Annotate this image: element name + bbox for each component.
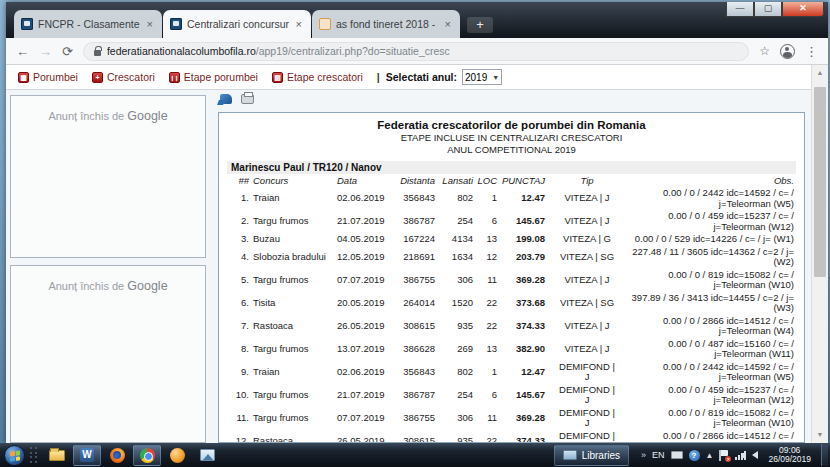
table-row[interactable]: 2. Targu frumos 21.07.2019 386787 254 6 … bbox=[227, 210, 796, 233]
table-row[interactable]: 9. Traian 02.06.2019 356843 802 1 12.47 … bbox=[227, 361, 796, 384]
word-icon: W bbox=[80, 448, 94, 462]
minimize-button[interactable]: — bbox=[726, 2, 754, 17]
vertical-scrollbar[interactable]: ▲ ▼ bbox=[811, 65, 828, 443]
tab-favicon bbox=[170, 18, 182, 30]
libraries-folder-icon bbox=[563, 450, 577, 460]
action-center-flag-icon[interactable]: ✕ bbox=[719, 450, 729, 461]
url-bar[interactable]: federatianationalacolumbofila.ro/app19/c… bbox=[83, 42, 749, 61]
report-actions bbox=[218, 94, 805, 110]
report-panel: Federatia crescatorilor de porumbei din … bbox=[218, 112, 805, 443]
tab-fncpr-clasamente[interactable]: FNCPR - Clasamente × bbox=[14, 10, 162, 38]
refresh-icon[interactable]: ⟳ bbox=[62, 44, 73, 59]
page-content: ▦ Porumbei + Crescatori ❙❙ Etape porumbe… bbox=[6, 65, 811, 443]
etape-porumbei-button[interactable]: ❙❙ Etape porumbei bbox=[169, 71, 258, 83]
ad-text: Anunț închis de bbox=[48, 280, 127, 292]
maximize-button[interactable]: ▢ bbox=[754, 2, 782, 17]
tab-as-fond-tineret[interactable]: as fond tineret 2018 - REZULTAT × bbox=[312, 10, 460, 38]
col-data: Data bbox=[335, 174, 395, 187]
help-icon[interactable]: ? bbox=[689, 450, 700, 461]
address-bar: ← → ⟳ federatianationalacolumbofila.ro/a… bbox=[6, 38, 828, 65]
chevron-down-icon: ▼ bbox=[492, 74, 499, 81]
year-label: Selectati anul: bbox=[386, 71, 457, 83]
taskbar-chrome-button[interactable] bbox=[133, 445, 161, 466]
table-row[interactable]: 5. Targu frumos 07.07.2019 386755 306 11… bbox=[227, 269, 796, 292]
url-domain: federatianationalacolumbofila.ro bbox=[107, 45, 256, 57]
table-row[interactable]: 1. Traian 02.06.2019 356843 802 1 12.47 … bbox=[227, 187, 796, 210]
report-subtitle-2: ANUL COMPETITIONAL 2019 bbox=[227, 144, 796, 155]
stages-breeders-icon: ▤ bbox=[272, 72, 283, 83]
tab-close-icon[interactable]: × bbox=[294, 18, 304, 30]
table-row[interactable]: 4. Slobozia bradului 12.05.2019 218691 1… bbox=[227, 246, 796, 269]
menu-dots-icon[interactable]: ⋮ bbox=[805, 44, 818, 59]
etape-porumbei-label: Etape porumbei bbox=[184, 71, 258, 83]
google-ad-top[interactable]: Anunț închis de Google bbox=[10, 95, 206, 258]
google-ad-bottom[interactable]: Anunț închis de Google bbox=[10, 265, 206, 443]
table-row[interactable]: 8. Targu frumos 13.07.2019 386628 269 13… bbox=[227, 338, 796, 361]
taskbar-grip bbox=[29, 445, 39, 465]
taskbar-libraries-button[interactable]: Libraries bbox=[554, 445, 629, 466]
tray-expand-icon[interactable]: ▲ bbox=[706, 451, 714, 460]
etape-crescatori-button[interactable]: ▤ Etape crescatori bbox=[272, 71, 363, 83]
tab-close-icon[interactable]: × bbox=[145, 18, 155, 30]
report-title: Federatia crescatorilor de porumbei din … bbox=[227, 119, 796, 131]
site-toolbar: ▦ Porumbei + Crescatori ❙❙ Etape porumbe… bbox=[6, 65, 811, 90]
export-icon[interactable] bbox=[220, 94, 232, 104]
taskbar-firefox-button[interactable] bbox=[103, 445, 131, 466]
taskbar-word-button[interactable]: W bbox=[73, 445, 101, 466]
taskbar: W Libraries » EN ? ▲ ✕ 09:06 26/09/2019 bbox=[0, 443, 830, 467]
pigeons-icon: ▦ bbox=[18, 72, 29, 83]
explorer-icon bbox=[49, 450, 65, 461]
taskbar-app-button[interactable] bbox=[163, 445, 191, 466]
taskbar-imageviewer-button[interactable] bbox=[193, 445, 221, 466]
back-icon[interactable]: ← bbox=[16, 44, 29, 59]
show-desktop-button[interactable] bbox=[821, 444, 828, 466]
chrome-icon bbox=[140, 448, 155, 463]
crescatori-label: Crescatori bbox=[107, 71, 155, 83]
padlock-icon bbox=[94, 50, 101, 56]
table-row[interactable]: 3. Buzau 04.05.2019 167224 4134 13 199.0… bbox=[227, 233, 796, 246]
col-lansati: Lansati bbox=[437, 174, 475, 187]
libraries-label: Libraries bbox=[582, 450, 620, 461]
table-row[interactable]: 12. Rastoaca 26.05.2019 308615 935 22 37… bbox=[227, 430, 796, 444]
scrollbar-thumb[interactable] bbox=[814, 87, 826, 277]
tab-close-icon[interactable]: × bbox=[443, 18, 453, 30]
table-row[interactable]: 7. Rastoaca 26.05.2019 308615 935 22 374… bbox=[227, 315, 796, 338]
close-button[interactable]: ✕ bbox=[782, 2, 824, 17]
stages-pigeons-icon: ❙❙ bbox=[169, 72, 180, 83]
print-icon[interactable] bbox=[241, 94, 254, 104]
taskbar-explorer-button[interactable] bbox=[43, 445, 71, 466]
profile-icon[interactable] bbox=[780, 44, 795, 59]
table-row[interactable]: 11. Targu frumos 07.07.2019 386755 306 1… bbox=[227, 407, 796, 430]
porumbei-button[interactable]: ▦ Porumbei bbox=[18, 71, 78, 83]
overflow-chevron-icon[interactable]: » bbox=[641, 450, 646, 460]
start-button[interactable] bbox=[4, 445, 25, 466]
scroll-up-icon[interactable]: ▲ bbox=[812, 65, 828, 81]
col-obs: Obs. bbox=[627, 174, 796, 187]
keyboard-icon[interactable] bbox=[671, 451, 683, 459]
new-tab-button[interactable]: + bbox=[467, 17, 493, 33]
ad-text: Anunț închis de bbox=[48, 110, 127, 122]
scroll-down-icon[interactable]: ▼ bbox=[812, 427, 828, 443]
forward-icon[interactable]: → bbox=[39, 44, 52, 59]
year-selector: Selectati anul: 2019 ▼ bbox=[386, 69, 502, 85]
volume-icon[interactable] bbox=[752, 451, 758, 459]
firefox-icon bbox=[110, 448, 125, 463]
browser-window: — ▢ ✕ FNCPR - Clasamente × Centralizari … bbox=[6, 2, 828, 443]
table-row[interactable]: 6. Tisita 20.05.2019 264014 1520 22 373.… bbox=[227, 292, 796, 315]
report-area: Federatia crescatorilor de porumbei din … bbox=[210, 90, 811, 443]
language-indicator[interactable]: EN bbox=[652, 450, 665, 460]
google-brand: Google bbox=[127, 279, 167, 293]
etape-crescatori-label: Etape crescatori bbox=[287, 71, 363, 83]
table-row[interactable]: 10. Targu frumos 21.07.2019 386787 254 6… bbox=[227, 384, 796, 407]
year-select[interactable]: 2019 ▼ bbox=[462, 69, 502, 85]
bookmark-star-icon[interactable]: ☆ bbox=[759, 44, 770, 58]
titlebar: — ▢ ✕ FNCPR - Clasamente × Centralizari … bbox=[6, 2, 828, 38]
scrollbar-track[interactable] bbox=[812, 81, 828, 427]
races-table: ## Concurs Data Distanta Lansati LOC PUN… bbox=[227, 174, 796, 443]
tab-title: as fond tineret 2018 - REZULTAT bbox=[336, 18, 438, 30]
taskbar-clock[interactable]: 09:06 26/09/2019 bbox=[760, 446, 819, 465]
crescatori-button[interactable]: + Crescatori bbox=[92, 71, 155, 83]
tab-centralizari-concursuri[interactable]: Centralizari concursuri × bbox=[163, 10, 311, 38]
google-brand: Google bbox=[127, 109, 167, 123]
tab-favicon bbox=[319, 18, 331, 30]
